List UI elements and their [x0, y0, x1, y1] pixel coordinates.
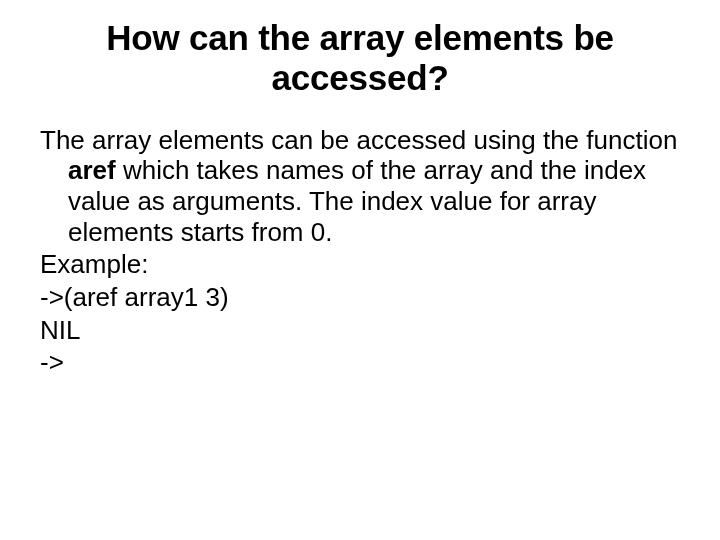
slide-title: How can the array elements be accessed? — [40, 18, 680, 99]
body-line-example: Example: — [40, 249, 680, 280]
slide-body: The array elements can be accessed using… — [40, 125, 680, 378]
para-pre: The array elements can be accessed using… — [40, 125, 677, 155]
body-paragraph: The array elements can be accessed using… — [40, 125, 680, 248]
body-line-prompt: -> — [40, 347, 680, 378]
body-line-nil: NIL — [40, 315, 680, 346]
para-bold: aref — [68, 155, 116, 185]
para-post: which takes names of the array and the i… — [68, 155, 646, 246]
slide: How can the array elements be accessed? … — [0, 0, 720, 540]
body-line-code: ->(aref array1 3) — [40, 282, 680, 313]
